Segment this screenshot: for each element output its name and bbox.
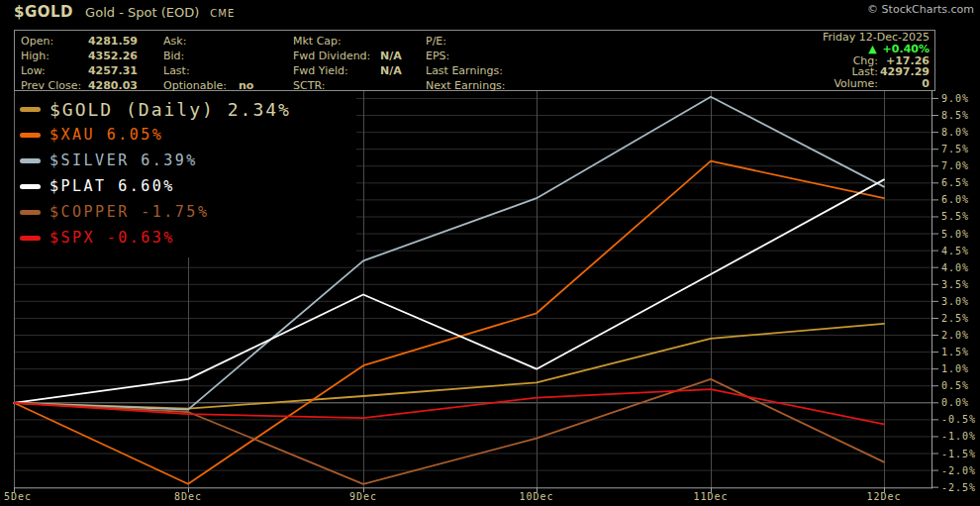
y-tick-label: 1.5% [941,347,969,357]
info-label: Mkt Cap: [293,34,380,49]
session-row: Volume:0 [823,78,930,90]
y-tick-label: 4.0% [941,262,969,273]
info-col-bid-ask: Ask:Bid:Last:Optionable:no [163,34,253,93]
legend-label: $PLAT 6.60% [49,177,175,195]
info-label: Fwd Yield: [293,63,380,78]
y-tick-label: 5.0% [941,229,969,240]
quote-info-box: Open:4281.59High:4352.26Low:4257.31Prev … [14,30,935,91]
legend-swatch-icon [20,158,41,163]
copyright-notice: © StockCharts.com [867,3,974,16]
y-tick-label: 4.5% [941,246,969,256]
bidask-row: Bid: [163,49,253,63]
x-tick-label: 10Dec [519,491,553,502]
series-line-copper [14,379,884,484]
symbol-description: Gold - Spot (EOD) [85,5,199,20]
legend-swatch-icon [20,133,41,138]
title-bar: $GOLD Gold - Spot (EOD) CME [14,2,235,21]
y-tick-label: -1.5% [941,449,976,459]
y-tick-label: 3.0% [941,296,969,307]
info-label: P/E: [426,34,446,49]
legend-swatch-icon [20,107,41,112]
info-label: Fwd Dividend: [293,49,380,63]
info-col-fundamentals: Mkt Cap:Fwd Dividend:N/AFwd Yield:N/ASCT… [293,34,400,93]
info-col-prices: Open:4281.59High:4352.26Low:4257.31Prev … [21,34,138,93]
y-tick-label: 5.5% [941,211,969,222]
info-label: Open: [21,34,83,49]
legend-swatch-icon [20,184,41,189]
info-label: Last: [163,63,239,78]
y-tick-label: 1.0% [941,363,969,374]
earn-row: Last Earnings: [426,63,506,78]
session-rows: Chg:+17.26Last:4297.29Volume:0 [823,55,930,90]
y-tick-label: 8.5% [941,110,969,121]
y-tick-label: -2.0% [941,465,976,476]
legend-label: $SPX -0.63% [49,229,175,247]
info-label: Last Earnings: [426,63,503,78]
legend-item: $SPX -0.63% [15,225,356,251]
y-tick-label: 6.5% [941,177,969,188]
info-label: Next Earnings: [426,78,506,93]
x-tick-label: 5Dec [4,491,32,502]
info-label: Ask: [163,34,239,49]
chart-legend: $GOLD (Daily) 2.34%$XAU 6.05%$SILVER 6.3… [15,91,356,257]
legend-swatch-icon [20,210,41,215]
legend-item: $GOLD (Daily) 2.34% [15,96,356,122]
bidask-row: Ask: [163,34,253,49]
y-tick-label: 7.5% [941,144,969,154]
info-label: Low: [21,63,83,78]
legend-label: $GOLD (Daily) 2.34% [49,99,291,120]
info-col-earnings: P/E:EPS:Last Earnings:Next Earnings: [426,34,506,93]
legend-item: $SILVER 6.39% [15,148,356,173]
x-tick-label: 8Dec [174,491,202,502]
earn-row: EPS: [426,49,506,63]
legend-swatch-icon [20,236,41,241]
x-tick-label: 11Dec [693,491,728,502]
y-tick-label: 0.0% [941,397,969,408]
y-tick-label: 2.5% [941,313,969,324]
y-tick-label: 2.0% [941,330,969,341]
x-tick-label: 9Dec [349,491,377,502]
symbol-title: $GOLD [14,3,73,21]
y-tick-label: 3.5% [941,279,969,290]
info-value: N/A [380,49,400,63]
info-value: N/A [380,63,400,78]
legend-item: $XAU 6.05% [15,122,356,148]
pct-change-value: +0.40% [883,43,930,55]
info-label: High: [21,49,83,63]
price-row: High:4352.26 [21,49,138,63]
fund-row: Mkt Cap: [293,34,400,49]
info-value: 4257.31 [83,63,138,78]
session-value: 0 [878,78,930,90]
price-row: Low:4257.31 [21,63,138,78]
earn-row: P/E: [426,34,506,49]
fund-row: Fwd Dividend:N/A [293,49,400,63]
fund-row: Fwd Yield:N/A [293,63,400,78]
legend-label: $SILVER 6.39% [49,152,198,169]
legend-label: $COPPER -1.75% [49,203,209,221]
x-tick-label: 12Dec [866,491,901,502]
legend-item: $PLAT 6.60% [15,173,356,199]
exchange-label: CME [210,8,235,19]
y-tick-label: 8.0% [941,127,969,138]
info-label: Bid: [163,49,239,63]
series-line-gold [14,324,884,409]
y-tick-label: 6.0% [941,194,969,205]
y-tick-label: -2.5% [941,482,976,493]
info-label: EPS: [426,49,449,63]
y-tick-label: 0.5% [941,380,969,391]
y-tick-label: 9.0% [941,93,969,104]
earn-row: Next Earnings: [426,78,506,93]
y-tick-label: -0.5% [941,414,976,425]
legend-label: $XAU 6.05% [49,126,163,144]
y-tick-label: 7.0% [941,160,969,171]
legend-item: $COPPER -1.75% [15,199,356,225]
price-row: Open:4281.59 [21,34,138,49]
info-col-session: Friday 12-Dec-2025 ▲+0.40% Chg:+17.26Las… [823,32,930,90]
chart-page: 9.0%8.5%8.0%7.5%7.0%6.5%6.0%5.5%5.0%4.5%… [0,0,980,506]
info-value: 4352.26 [83,49,138,63]
y-tick-label: -1.0% [941,431,976,442]
session-label: Volume: [833,77,878,90]
bidask-row: Last: [163,63,253,78]
info-value: 4281.59 [83,34,138,49]
